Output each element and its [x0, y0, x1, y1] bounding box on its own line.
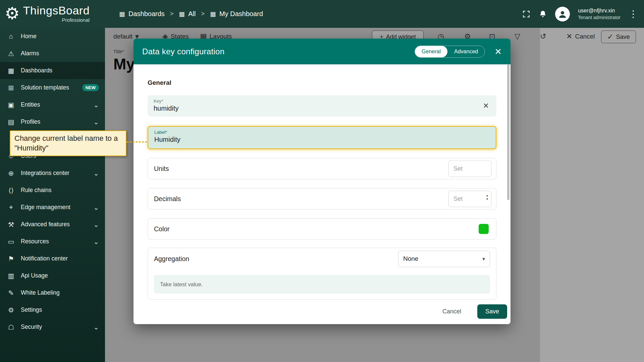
sidebar-item-label: Advanced features [21, 221, 70, 228]
chevron-down-icon: ⌄ [93, 238, 99, 246]
sidebar-item-dashboards[interactable]: ▦ Dashboards [0, 62, 105, 79]
edge-management-icon: ⌖ [7, 203, 15, 211]
sidebar-item-resources[interactable]: ▭ Resources ⌄ [0, 233, 105, 250]
aggregation-hint: Take latest value. [154, 275, 490, 294]
home-icon: ⌂ [7, 33, 15, 40]
tab-advanced[interactable]: Advanced [447, 46, 485, 57]
chevron-down-icon: ⌄ [93, 118, 99, 126]
breadcrumb-label: Dashboards [128, 10, 165, 18]
breadcrumb-my-dashboard[interactable]: ▦ My Dashboard [210, 10, 263, 18]
annotation-connector-line [126, 141, 147, 142]
breadcrumb: ▦ Dashboards > ▦ All > ▦ My Dashboard [119, 0, 263, 28]
decimals-placeholder: Set [453, 195, 463, 202]
dialog-title: Data key configuration [142, 47, 224, 56]
fullscreen-icon[interactable] [522, 10, 531, 18]
notifications-bell-icon[interactable] [539, 10, 547, 18]
close-icon[interactable]: ✕ [494, 47, 502, 56]
color-row: Color [148, 218, 496, 240]
breadcrumb-separator: > [170, 10, 174, 17]
sidebar-item-rule-chains[interactable]: ⟨⟩ Rule chains [0, 182, 105, 199]
dashboards-icon: ▦ [7, 67, 15, 75]
chevron-down-icon: ⌄ [93, 101, 99, 109]
sidebar-item-label: Alarms [21, 50, 39, 57]
sidebar-item-alarms[interactable]: ⚠ Alarms [0, 45, 105, 62]
sidebar-item-label: Resources [21, 238, 49, 245]
gear-icon: ⚙ [7, 306, 15, 314]
sidebar-item-integrations-center[interactable]: ⊕ Integrations center ⌄ [0, 165, 105, 182]
aggregation-panel: Aggregation None ▾ Take latest value. [148, 248, 496, 300]
sidebar-item-edge-management[interactable]: ⌖ Edge management ⌄ [0, 199, 105, 216]
data-key-configuration-dialog: Data key configuration General Advanced … [133, 39, 511, 324]
clear-key-icon[interactable]: ✕ [483, 102, 489, 110]
sidebar-item-notification-center[interactable]: ⚑ Notification center [0, 250, 105, 267]
rule-chains-icon: ⟨⟩ [7, 186, 15, 194]
tab-general[interactable]: General [415, 46, 447, 57]
alarm-icon: ⚠ [7, 50, 15, 58]
profiles-icon: ▤ [7, 118, 15, 126]
chevron-down-icon: ⌄ [93, 221, 99, 229]
brand-name: ThingsBoard [23, 4, 90, 17]
sidebar-item-solution-templates[interactable]: ⊞ Solution templates NEW [0, 79, 105, 96]
units-input[interactable]: Set [448, 161, 491, 177]
brand-tagline: Professional [62, 17, 90, 23]
dashboards-icon: ▦ [119, 10, 125, 18]
sidebar-item-label: Edge management [21, 204, 70, 211]
aggregation-value: None [403, 255, 418, 262]
breadcrumb-all[interactable]: ▦ All [179, 10, 196, 18]
key-field[interactable]: Key* humidity ✕ [148, 95, 496, 117]
sidebar-item-white-labeling[interactable]: ✎ White Labeling [0, 284, 105, 301]
header-actions: user@nfjhrv.xin Tenant administrator ⋮ [522, 0, 638, 28]
user-email: user@nfjhrv.xin [578, 8, 621, 14]
aggregation-label: Aggregation [154, 255, 189, 263]
user-avatar[interactable] [555, 7, 570, 21]
section-title-general: General [148, 79, 496, 86]
aggregation-row: Aggregation None ▾ [154, 248, 490, 269]
breadcrumb-label: All [188, 10, 196, 18]
label-field-label: Label* [154, 130, 490, 135]
save-button[interactable]: Save [477, 304, 507, 319]
sidebar-item-label: Notification center [21, 255, 68, 262]
label-field[interactable]: Label* Humidity [148, 126, 496, 149]
logo-gear-icon: ⚙ [5, 3, 20, 23]
stepper-up-icon[interactable]: ▲ [486, 194, 489, 197]
label-field-value: Humidity [154, 136, 490, 143]
advanced-features-icon: ⚒ [7, 221, 15, 229]
sidebar-item-settings[interactable]: ⚙ Settings [0, 301, 105, 318]
units-placeholder: Set [453, 165, 463, 172]
dialog-footer: Cancel Save [133, 299, 511, 324]
solution-templates-icon: ⊞ [7, 84, 15, 92]
dialog-scrollbar[interactable] [507, 64, 509, 200]
sidebar-item-home[interactable]: ⌂ Home [0, 28, 105, 45]
sidebar-item-label: Profiles [21, 118, 40, 125]
sidebar-item-security[interactable]: ☖ Security ⌄ [0, 318, 105, 336]
sidebar-item-api-usage[interactable]: ▥ Api Usage [0, 267, 105, 284]
kebab-menu-icon[interactable]: ⋮ [629, 9, 638, 19]
aggregation-select[interactable]: None ▾ [398, 251, 490, 267]
breadcrumb-separator: > [201, 10, 205, 17]
sidebar-item-advanced-features[interactable]: ⚒ Advanced features ⌄ [0, 216, 105, 233]
resources-folder-icon: ▭ [7, 238, 15, 246]
integrations-icon: ⊕ [7, 169, 15, 177]
dashboards-icon: ▦ [179, 10, 185, 18]
sidebar-item-label: Entities [21, 101, 40, 108]
brand-logo[interactable]: ⚙ ThingsBoard Professional [5, 3, 90, 23]
app-root: ⚙ ThingsBoard Professional ▦ Dashboards … [0, 0, 644, 362]
cancel-button[interactable]: Cancel [438, 305, 466, 318]
annotation-tooltip: Change current label name to a "Humidity… [10, 130, 126, 156]
sidebar-item-label: Integrations center [21, 170, 69, 177]
sidebar-item-profiles[interactable]: ▤ Profiles ⌄ [0, 113, 105, 130]
key-field-value: humidity [154, 105, 476, 112]
color-label: Color [154, 225, 170, 233]
entities-icon: ▣ [7, 101, 15, 109]
decimals-stepper: ▲ ▼ [486, 194, 489, 201]
sidebar-item-label: Home [21, 33, 37, 40]
breadcrumb-dashboards[interactable]: ▦ Dashboards [119, 10, 165, 18]
decimals-input[interactable]: Set ▲ ▼ [448, 191, 491, 207]
dashboards-icon: ▦ [210, 10, 216, 18]
sidebar-item-entities[interactable]: ▣ Entities ⌄ [0, 96, 105, 113]
stepper-down-icon[interactable]: ▼ [486, 198, 489, 201]
app-header: ⚙ ThingsBoard Professional ▦ Dashboards … [0, 0, 644, 28]
sidebar-item-label: Dashboards [21, 67, 52, 74]
dialog-header: Data key configuration General Advanced … [133, 39, 511, 64]
color-swatch[interactable] [479, 224, 489, 234]
